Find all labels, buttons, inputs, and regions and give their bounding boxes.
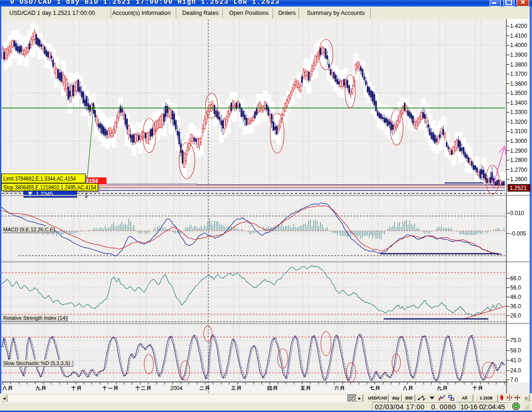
svg-text:1.3500: 1.3500 <box>510 90 527 96</box>
svg-text:1.3600: 1.3600 <box>510 81 527 87</box>
svg-text:0.010: 0.010 <box>510 210 524 216</box>
svg-text:75.0: 75.0 <box>510 337 521 344</box>
svg-text:Relative Strength Index (14): Relative Strength Index (14) <box>3 315 67 321</box>
svg-text:MACD (9,E,12,26,C,E): MACD (9,E,12,26,C,E) <box>3 227 55 232</box>
svg-text:1.2600: 1.2600 <box>510 176 527 182</box>
svg-text:26.0: 26.0 <box>510 312 521 319</box>
svg-text:Stop 3806455,E,1218602,1.2495,: Stop 3806455,E,1218602,1.2495,AC,4154 <box>3 184 96 191</box>
svg-text:1.3100: 1.3100 <box>510 128 527 135</box>
svg-text:1.2521: 1.2521 <box>510 185 527 191</box>
svg-text:-0.005: -0.005 <box>510 230 526 237</box>
svg-text:1.3200: 1.3200 <box>510 119 527 125</box>
svg-text:1.4100: 1.4100 <box>510 33 527 39</box>
svg-text:7.0: 7.0 <box>510 377 518 383</box>
svg-text:Limit 3784682,E,1.3344,AC,4154: Limit 3784682,E,1.3344,AC,4154 <box>3 176 76 182</box>
svg-text:41.0: 41.0 <box>510 357 521 364</box>
svg-text:56.0: 56.0 <box>510 284 521 291</box>
svg-text:36.0: 36.0 <box>510 303 521 310</box>
svg-text:1.2800: 1.2800 <box>510 157 527 163</box>
svg-text:1.3900: 1.3900 <box>510 52 527 58</box>
svg-text:46.0: 46.0 <box>510 294 521 300</box>
svg-text:1.4000: 1.4000 <box>510 42 527 48</box>
svg-text:58.0: 58.0 <box>510 347 521 354</box>
svg-text:1.2345: 1.2345 <box>36 191 53 197</box>
svg-text:1.3700: 1.3700 <box>510 71 527 77</box>
svg-text:1.3000: 1.3000 <box>510 138 527 144</box>
svg-text:1.3300: 1.3300 <box>510 109 527 115</box>
svg-text:1.3400: 1.3400 <box>510 100 527 106</box>
svg-text:66.0: 66.0 <box>510 275 521 282</box>
svg-text:2004: 2004 <box>170 385 183 392</box>
svg-text:24.0: 24.0 <box>510 367 521 374</box>
svg-text:1.4200: 1.4200 <box>510 23 527 29</box>
svg-text:Slow Stochastic %D (5,3,3,S): Slow Stochastic %D (5,3,3,S) <box>3 360 70 366</box>
svg-text:1.2900: 1.2900 <box>510 148 527 154</box>
svg-text:1.3800: 1.3800 <box>510 61 527 68</box>
svg-text:1.2700: 1.2700 <box>510 167 527 173</box>
